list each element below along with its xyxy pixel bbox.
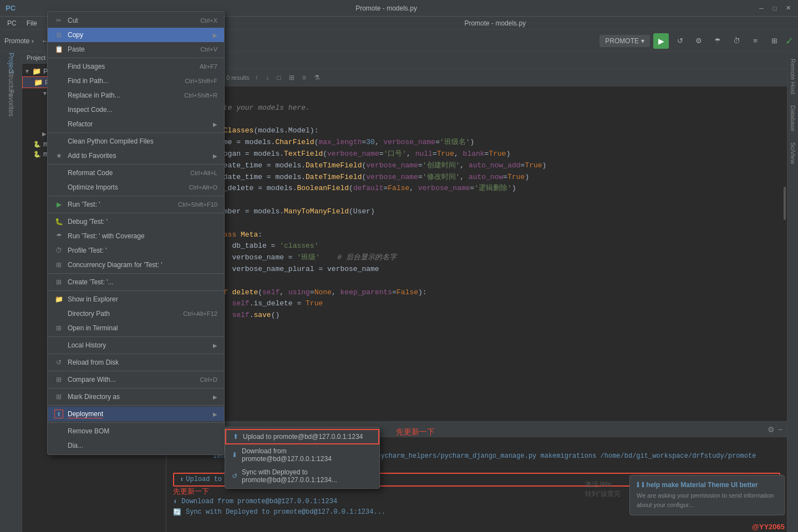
compare-icon: ⊞	[54, 375, 63, 384]
submenu-download[interactable]: ⬇ Download from promote@bd@127.0.0.1:123…	[225, 444, 379, 466]
coverage-button[interactable]: ☂	[710, 33, 725, 49]
code-line-10	[197, 195, 778, 206]
replace-shortcut: Ctrl+Shift+R	[184, 92, 217, 99]
filter-btn2[interactable]: ≡	[300, 73, 308, 83]
menu-file[interactable]: File	[22, 18, 42, 28]
sciview-tab[interactable]: SciView	[789, 138, 797, 168]
promote-folder-icon: 📁	[34, 78, 43, 86]
promote-dropdown[interactable]: PROMOTE ▾	[599, 35, 650, 47]
ctx-remove-bom[interactable]: Remove BOM	[48, 424, 224, 438]
submenu-sync[interactable]: ↺ Sync with Deployed to promote@bd@127.0…	[225, 466, 379, 487]
minimize-button[interactable]: ─	[757, 4, 766, 13]
expand-btn[interactable]: □	[275, 73, 283, 83]
bottom-close-icon[interactable]: −	[778, 425, 782, 434]
ctx-clean-label: Clean Python Compiled Files	[68, 137, 154, 145]
ctx-debug[interactable]: 🐛 Debug 'Test: '	[48, 214, 224, 229]
ctx-create-test[interactable]: ⊞ Create 'Test: '...	[48, 275, 224, 289]
code-line-1	[197, 91, 778, 103]
ctx-reload[interactable]: ↺ Reload from Disk	[48, 355, 224, 370]
ctx-show-explorer[interactable]: 📁 Show in Explorer	[48, 292, 224, 306]
ctx-explorer-label: Show in Explorer	[68, 295, 118, 303]
ctx-add-favorites[interactable]: ★ Add to Favorites ▶	[48, 149, 224, 163]
ctx-cut[interactable]: ✂ Cut Ctrl+X	[48, 13, 224, 28]
sep-8	[48, 336, 224, 337]
ctx-clean-python[interactable]: Clean Python Compiled Files	[48, 134, 224, 149]
favorites-icon[interactable]: Favorites	[2, 94, 20, 112]
submenu-upload-icon: ⬆	[233, 433, 238, 441]
scrollbar[interactable]	[784, 187, 786, 220]
filter-icon[interactable]: ⚗	[312, 73, 322, 83]
favorites-arrow: ▶	[213, 153, 217, 159]
close-button[interactable]: ✕	[784, 4, 792, 13]
ctx-compare[interactable]: ⊞ Compare With... Ctrl+D	[48, 372, 224, 387]
watermark-line3: @YY2065	[752, 523, 785, 531]
menu-pc[interactable]: PC	[3, 18, 21, 28]
remote-host-tab[interactable]: Remote Host	[789, 54, 797, 99]
ctx-find-usages[interactable]: Find Usages Alt+F7	[48, 59, 224, 74]
code-content[interactable]: # Create your models here. class Classes…	[189, 86, 787, 421]
notif-title-text: ℹ help make Material Theme UI better	[642, 481, 758, 489]
submenu-upload[interactable]: ⬆ Upload to promote@bd@127.0.0.1:1234	[225, 429, 379, 444]
ctx-reformat[interactable]: Reformat Code Ctrl+Alt+L	[48, 166, 224, 180]
ctx-copy[interactable]: ⧉ Copy ▶	[48, 28, 224, 42]
project-folder-icon: 📁	[32, 67, 41, 75]
context-menu: ✂ Cut Ctrl+X ⧉ Copy ▶ 📋 Paste Ctrl+V Fin…	[47, 11, 225, 455]
create-icon: ⊞	[54, 278, 63, 287]
ctx-find-path-label: Find in Path...	[68, 77, 109, 85]
layout-button[interactable]: ⊞	[766, 33, 782, 49]
ctx-refactor[interactable]: Refactor ▶	[48, 117, 224, 131]
sync-icon: 🔄	[173, 508, 181, 516]
maximize-button[interactable]: □	[770, 4, 779, 13]
ctx-inspect[interactable]: Inspect Code...	[48, 103, 224, 117]
ctx-dia[interactable]: Dia...	[48, 438, 224, 453]
cut-shortcut: Ctrl+X	[200, 17, 217, 24]
profile-button[interactable]: ⏱	[729, 33, 744, 49]
search-bar: ↺ Aa W .* 0 results ↑ ↓ □ ⊞ ≡ ⚗	[166, 69, 787, 86]
deployment-submenu: ⬆ Upload to promote@bd@127.0.0.1:1234 ⬇ …	[225, 427, 380, 489]
dir-icon	[54, 309, 63, 318]
ctx-mark-dir[interactable]: ⊞ Mark Directory as ▶	[48, 390, 224, 404]
sep-12	[48, 405, 224, 406]
ctx-concurrency[interactable]: ⊞ Concurrency Diagram for 'Test: '	[48, 258, 224, 272]
ctx-copy-label: Copy	[68, 31, 83, 39]
settings-run-button[interactable]: ⚙	[691, 33, 706, 49]
ctx-optimize[interactable]: Optimize Imports Ctrl+Alt+O	[48, 180, 224, 195]
reformat-icon	[54, 168, 63, 177]
ctx-favorites-label: Add to Favorites	[68, 152, 116, 160]
ctx-profile[interactable]: ⏱ Profile 'Test: '	[48, 243, 224, 258]
ctx-dir-path[interactable]: Directory Path Ctrl+Alt+F12	[48, 306, 224, 321]
notification-body: We are asking your permission to send in…	[637, 491, 777, 509]
ctx-mark-label: Mark Directory as	[68, 393, 120, 401]
ctx-terminal[interactable]: ⊞ Open in Terminal	[48, 321, 224, 335]
ctx-history[interactable]: Local History ▶	[48, 338, 224, 352]
ctx-terminal-label: Open in Terminal	[68, 324, 118, 332]
profile-icon: ⏱	[54, 246, 63, 255]
ctx-coverage[interactable]: ☂ Run 'Test: ' with Coverage	[48, 229, 224, 243]
ctx-replace-path[interactable]: Replace in Path... Ctrl+Shift+R	[48, 88, 224, 103]
database-tab[interactable]: Database	[789, 101, 797, 136]
ctx-optimize-label: Optimize Imports	[68, 183, 118, 191]
refresh-button[interactable]: ↺	[672, 33, 688, 49]
explorer-icon: 📁	[54, 295, 63, 304]
ctx-find-in-path[interactable]: Find in Path... Ctrl+Shift+F	[48, 74, 224, 88]
code-editor: 1234 5678 9101112 13141516 17181920 # Cr…	[166, 86, 787, 421]
notification-title: ℹ ℹ help make Material Theme UI better	[637, 481, 777, 489]
ctx-deployment[interactable]: ⬆ Deployment ▶	[48, 407, 224, 421]
nav-up-btn[interactable]: ↑	[253, 73, 261, 83]
toolbar-title: Promote - models.py	[195, 19, 795, 27]
nav-down-btn[interactable]: ↓	[264, 73, 272, 83]
ctx-paste[interactable]: 📋 Paste Ctrl+V	[48, 42, 224, 57]
promote-arrow: ▾	[641, 37, 644, 45]
run-button[interactable]: ▶	[653, 33, 669, 49]
ctx-run-test[interactable]: ▶ Run 'Test: ' Ctrl+Shift+F10	[48, 197, 224, 212]
project-header-label: Project	[27, 54, 45, 61]
paste-icon: 📋	[54, 45, 63, 54]
history-icon	[54, 341, 63, 350]
bottom-settings-icon[interactable]: ⚙	[767, 425, 775, 434]
ctx-coverage-label: Run 'Test: ' with Coverage	[68, 232, 145, 240]
filter-btn1[interactable]: ⊞	[287, 73, 297, 83]
more-button[interactable]: ≡	[748, 33, 763, 49]
check-icon: ✓	[785, 35, 794, 47]
sep-1	[48, 58, 224, 58]
ctx-create-label: Create 'Test: '...	[68, 278, 114, 286]
